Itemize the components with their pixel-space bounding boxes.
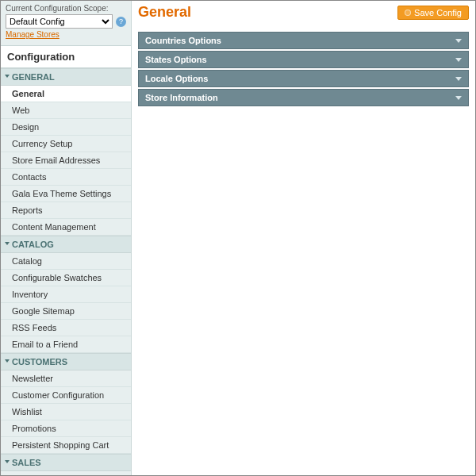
group-header-general[interactable]: GENERAL	[1, 68, 131, 86]
nav-item-persistent-shopping-cart[interactable]: Persistent Shopping Cart	[1, 437, 131, 454]
scope-select[interactable]: Default Config	[6, 14, 113, 29]
accordion-locale-options[interactable]: Locale Options	[138, 70, 469, 87]
configuration-title: Configuration	[1, 45, 131, 68]
nav-item-content-management[interactable]: Content Management	[1, 219, 131, 236]
page-title: General	[138, 4, 191, 21]
nav-item-gala-eva-theme-settings[interactable]: Gala Eva Theme Settings	[1, 186, 131, 202]
accordion-label: Store Information	[145, 93, 218, 102]
accordion-states-options[interactable]: States Options	[138, 51, 469, 68]
chevron-down-icon	[455, 96, 462, 100]
nav-item-rss-feeds[interactable]: RSS Feeds	[1, 320, 131, 336]
manage-stores-link[interactable]: Manage Stores	[6, 30, 60, 39]
nav-item-promotions[interactable]: Promotions	[1, 420, 131, 437]
nav-item-wishlist[interactable]: Wishlist	[1, 404, 131, 420]
nav-item-customer-configuration[interactable]: Customer Configuration	[1, 387, 131, 404]
help-icon[interactable]: ?	[116, 17, 126, 27]
accordion-label: Locale Options	[145, 74, 208, 83]
nav-item-design[interactable]: Design	[1, 119, 131, 136]
nav-item-google-sitemap[interactable]: Google Sitemap	[1, 303, 131, 320]
save-icon	[405, 10, 411, 16]
accordion-label: States Options	[145, 55, 207, 64]
nav-item-web[interactable]: Web	[1, 102, 131, 119]
chevron-down-icon	[455, 77, 462, 81]
group-header-catalog[interactable]: CATALOG	[1, 236, 131, 253]
accordion-store-information[interactable]: Store Information	[138, 89, 469, 106]
nav-item-reports[interactable]: Reports	[1, 202, 131, 219]
chevron-down-icon	[455, 58, 462, 62]
group-header-customers[interactable]: CUSTOMERS	[1, 353, 131, 370]
scope-label: Current Configuration Scope:	[6, 4, 126, 13]
accordion-countries-options[interactable]: Countries Options	[138, 32, 469, 49]
main-panel: General Save Config Countries OptionsSta…	[132, 1, 475, 475]
sidebar: Current Configuration Scope: Default Con…	[1, 1, 132, 475]
scope-box: Current Configuration Scope: Default Con…	[1, 1, 131, 40]
nav-item-inventory[interactable]: Inventory	[1, 286, 131, 303]
nav-item-sales[interactable]: Sales	[1, 471, 131, 475]
nav-item-newsletter[interactable]: Newsletter	[1, 370, 131, 387]
nav-item-store-email-addresses[interactable]: Store Email Addresses	[1, 152, 131, 169]
nav-item-configurable-swatches[interactable]: Configurable Swatches	[1, 270, 131, 286]
nav-item-email-to-a-friend[interactable]: Email to a Friend	[1, 336, 131, 353]
group-header-sales[interactable]: SALES	[1, 454, 131, 471]
nav-item-catalog[interactable]: Catalog	[1, 253, 131, 270]
nav-item-general[interactable]: General	[1, 86, 131, 102]
nav-item-contacts[interactable]: Contacts	[1, 169, 131, 186]
save-label: Save Config	[414, 8, 462, 17]
save-config-button[interactable]: Save Config	[397, 6, 469, 20]
nav-item-currency-setup[interactable]: Currency Setup	[1, 136, 131, 152]
chevron-down-icon	[455, 39, 462, 43]
accordion-label: Countries Options	[145, 36, 221, 45]
